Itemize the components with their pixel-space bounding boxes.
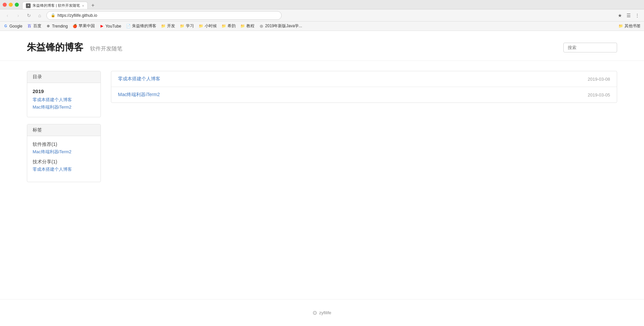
folder-other-icon: 📁: [618, 24, 623, 29]
main-layout: 目录 2019 零成本搭建个人博客 Mac终端利器iTerm2 标签 软件推荐(…: [0, 61, 644, 192]
bookmark-xidian-label: 希韵: [228, 23, 236, 29]
bookmark-zhu-blog-label: 朱益锋的博客: [132, 23, 156, 29]
home-button[interactable]: ⌂: [36, 11, 44, 19]
post-item-1: 零成本搭建个人博客 2019-03-08: [111, 71, 617, 87]
bookmark-learning-label: 学习: [186, 23, 194, 29]
active-tab[interactable]: ✦ 朱益锋的博客 | 软件开发随笔 ×: [22, 2, 88, 9]
reader-icon[interactable]: ☰: [625, 12, 632, 19]
github-icon: ⊕: [46, 24, 51, 29]
bookmark-baidu[interactable]: 百 百度: [27, 23, 41, 29]
address-text: https://zyfilife.github.io: [57, 13, 97, 18]
forward-button[interactable]: ›: [14, 11, 22, 19]
back-button[interactable]: ‹: [3, 11, 11, 19]
bookmark-google[interactable]: G Google: [3, 24, 23, 29]
tags-panel: 标签 软件推荐(1) Mac终端利器iTerm2 技术分享(1) 零成本搭建个人…: [27, 124, 101, 182]
site-title: 朱益锋的博客: [27, 41, 83, 54]
tab-title: 朱益锋的博客 | 软件开发随笔: [33, 3, 80, 8]
bookmark-java2019[interactable]: ◎ 2019年新版Java学...: [259, 23, 302, 29]
search-input[interactable]: [563, 43, 617, 52]
sidebar: 目录 2019 零成本搭建个人博客 Mac终端利器iTerm2 标签 软件推荐(…: [27, 71, 101, 182]
bookmark-dev[interactable]: 📁 开发: [161, 23, 175, 29]
bookmark-spare[interactable]: 📁 小时候: [199, 23, 217, 29]
apple-icon: 🍎: [73, 24, 77, 29]
bookmark-youtube[interactable]: ▶ YouTube: [99, 24, 121, 29]
other-bookmarks-label[interactable]: 其他书签: [625, 23, 641, 29]
tag-name-tech: 技术分享(1): [33, 159, 95, 165]
post-date-1: 2019-03-08: [588, 77, 610, 82]
maximize-button[interactable]: [15, 3, 19, 7]
toc-link-2[interactable]: Mac终端利器iTerm2: [33, 104, 95, 110]
main-content: 零成本搭建个人博客 2019-03-08 Mac终端利器iTerm2 2019-…: [111, 71, 617, 182]
bookmark-trending[interactable]: ⊕ Trending: [46, 24, 68, 29]
baidu-icon: 百: [27, 24, 32, 29]
toc-panel-header: 目录: [27, 71, 100, 83]
folder-dev-icon: 📁: [161, 24, 166, 29]
tab-favicon: ✦: [26, 3, 31, 8]
site-title-area: 朱益锋的博客 软件开发随笔: [27, 41, 122, 54]
bookmark-baidu-label: 百度: [33, 23, 41, 29]
menu-icon[interactable]: ⋮: [634, 12, 641, 19]
tags-panel-header: 标签: [27, 124, 100, 136]
tag-group-tech: 技术分享(1) 零成本搭建个人博客: [33, 159, 95, 172]
toolbar-icons: ★ ☰ ⋮: [616, 12, 641, 19]
post-list: 零成本搭建个人博客 2019-03-08 Mac终端利器iTerm2 2019-…: [111, 71, 617, 103]
circle-icon: ◎: [259, 24, 264, 29]
tag-link-blog[interactable]: 零成本搭建个人博客: [33, 166, 95, 172]
google-icon: G: [3, 24, 8, 29]
tab-bar: ✦ 朱益锋的博客 | 软件开发随笔 × +: [22, 0, 641, 9]
address-bar: ‹ › ↻ ⌂ 🔒 https://zyfilife.github.io ★ ☰…: [0, 9, 644, 22]
post-date-2: 2019-03-05: [588, 92, 610, 97]
tag-link-iterm2[interactable]: Mac终端利器iTerm2: [33, 149, 95, 155]
bookmark-xidian[interactable]: 📁 希韵: [222, 23, 236, 29]
traffic-lights: [3, 3, 19, 7]
bookmarks-bar: G Google 百 百度 ⊕ Trending 🍎 苹果中国 ▶ YouTub…: [0, 22, 644, 31]
tags-panel-body: 软件推荐(1) Mac终端利器iTerm2 技术分享(1) 零成本搭建个人博客: [27, 136, 100, 182]
folder-tutorial-icon: 📁: [240, 24, 245, 29]
youtube-icon: ▶: [99, 24, 104, 29]
close-button[interactable]: [3, 3, 7, 7]
bookmark-zhu-blog[interactable]: 📄 朱益锋的博客: [126, 23, 156, 29]
folder-spare-icon: 📁: [199, 24, 203, 29]
lock-icon: 🔒: [51, 13, 55, 17]
browser-window: ✦ 朱益锋的博客 | 软件开发随笔 × + ‹ › ↻ ⌂ 🔒 https://…: [0, 0, 644, 326]
site-header: 朱益锋的博客 软件开发随笔: [0, 31, 644, 61]
tag-name-software: 软件推荐(1): [33, 141, 95, 148]
title-bar: ✦ 朱益锋的博客 | 软件开发随笔 × +: [0, 0, 644, 9]
bookmark-dev-label: 开发: [167, 23, 175, 29]
tab-close-button[interactable]: ×: [82, 4, 84, 8]
bookmark-apple-china[interactable]: 🍎 苹果中国: [73, 23, 95, 29]
page-content: 朱益锋的博客 软件开发随笔 目录 2019 零成本搭建个人博客 Mac终端利器i…: [0, 31, 644, 326]
refresh-button[interactable]: ↻: [25, 11, 33, 19]
minimize-button[interactable]: [9, 3, 13, 7]
page-icon: 📄: [126, 24, 131, 29]
bookmark-tutorial[interactable]: 📁 教程: [240, 23, 254, 29]
new-tab-button[interactable]: +: [89, 2, 96, 9]
folder-xidian-icon: 📁: [222, 24, 226, 29]
bookmark-google-label: Google: [9, 24, 23, 29]
bookmark-youtube-label: YouTube: [106, 24, 121, 29]
bookmark-apple-china-label: 苹果中国: [79, 23, 95, 29]
bookmarks-right: 📁 其他书签: [618, 23, 641, 29]
folder-learning-icon: 📁: [180, 24, 185, 29]
post-item-2: Mac终端利器iTerm2 2019-03-05: [111, 87, 617, 103]
footer-github-icon: ⊙: [313, 310, 317, 316]
toc-panel: 目录 2019 零成本搭建个人博客 Mac终端利器iTerm2: [27, 71, 101, 117]
site-subtitle: 软件开发随笔: [90, 45, 122, 52]
bookmark-java2019-label: 2019年新版Java学...: [265, 23, 302, 29]
tag-group-software: 软件推荐(1) Mac终端利器iTerm2: [33, 141, 95, 155]
bookmark-trending-label: Trending: [52, 24, 68, 29]
toc-panel-body: 2019 零成本搭建个人博客 Mac终端利器iTerm2: [27, 83, 100, 117]
bookmark-spare-label: 小时候: [205, 23, 217, 29]
site-footer: ⊙ zyfilife: [0, 299, 644, 326]
post-title-1[interactable]: 零成本搭建个人博客: [118, 76, 160, 82]
post-title-2[interactable]: Mac终端利器iTerm2: [118, 92, 160, 98]
toc-year: 2019: [33, 88, 95, 94]
bookmark-learning[interactable]: 📁 学习: [180, 23, 194, 29]
address-input[interactable]: 🔒 https://zyfilife.github.io: [46, 11, 282, 20]
toc-link-1[interactable]: 零成本搭建个人博客: [33, 97, 95, 103]
bookmark-tutorial-label: 教程: [246, 23, 254, 29]
star-icon[interactable]: ★: [616, 12, 623, 19]
footer-label: zyfilife: [319, 310, 331, 315]
